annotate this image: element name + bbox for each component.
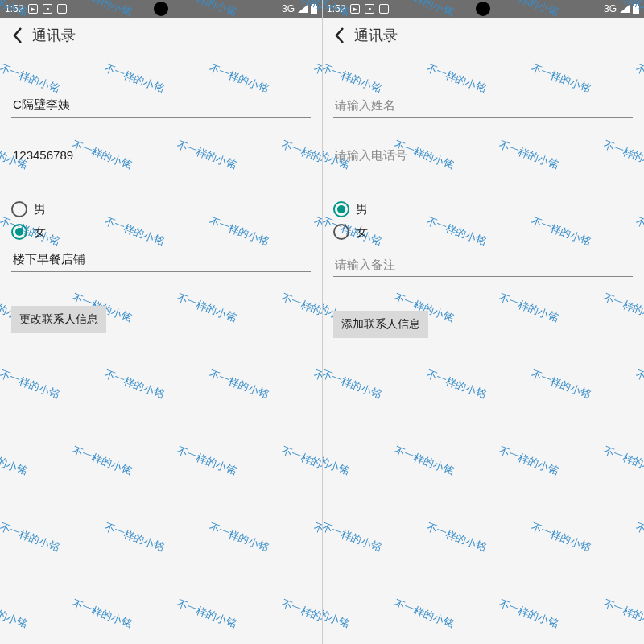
- camera-notch: [476, 2, 490, 16]
- status-time: 1:52: [5, 3, 23, 14]
- network-label: 3G: [604, 3, 617, 14]
- phone-input[interactable]: [333, 143, 633, 167]
- radio-label-female: 女: [356, 225, 368, 240]
- signal-icon: [620, 5, 630, 13]
- svg-rect-3: [633, 6, 639, 14]
- radio-icon: [11, 201, 27, 217]
- name-input[interactable]: [11, 93, 311, 118]
- gender-male-radio[interactable]: 男: [11, 198, 311, 221]
- status-bar: 1:52 ▸ ▪ 3G: [0, 0, 322, 18]
- divider: [322, 0, 323, 644]
- gender-female-radio[interactable]: 女: [333, 221, 633, 243]
- network-label: 3G: [282, 3, 295, 14]
- gender-male-radio[interactable]: 男: [333, 198, 633, 221]
- signal-icon: [298, 5, 308, 13]
- radio-label-male: 男: [34, 202, 46, 217]
- camera-notch: [154, 2, 168, 16]
- sim-icon: [57, 4, 67, 14]
- notification-icon: ▸: [350, 4, 360, 14]
- content: 男 女 添加联系人信息: [322, 53, 644, 348]
- phone-input[interactable]: [11, 143, 311, 167]
- svg-rect-2: [634, 4, 638, 6]
- update-contact-button[interactable]: 更改联系人信息: [11, 306, 106, 333]
- radio-label-male: 男: [356, 202, 368, 217]
- gender-radio-group: 男 女: [333, 198, 633, 243]
- shield-icon: ▪: [365, 4, 374, 14]
- gender-female-radio[interactable]: 女: [11, 221, 311, 243]
- content: 男 女 更改联系人信息: [0, 53, 322, 343]
- notification-icon: ▸: [28, 4, 38, 14]
- page-title: 通讯录: [354, 26, 398, 45]
- svg-rect-0: [312, 4, 316, 6]
- status-time: 1:52: [327, 3, 345, 14]
- battery-icon: [311, 4, 317, 14]
- notes-input[interactable]: [11, 248, 311, 272]
- shield-icon: ▪: [43, 4, 52, 14]
- svg-rect-1: [311, 6, 317, 14]
- header: 通讯录: [0, 18, 322, 53]
- name-input[interactable]: [333, 93, 633, 118]
- status-bar: 1:52 ▸ ▪ 3G: [322, 0, 644, 18]
- page-title: 通讯录: [32, 26, 76, 45]
- battery-icon: [633, 4, 639, 14]
- phone-right: 不一样的小铭不一样的小铭不一样的小铭不一样的小铭不一样的小铭不一样的小铭不一样的…: [322, 0, 644, 644]
- add-contact-button[interactable]: 添加联系人信息: [333, 311, 428, 338]
- radio-icon: [333, 201, 349, 217]
- phone-left: 不一样的小铭不一样的小铭不一样的小铭不一样的小铭不一样的小铭不一样的小铭不一样的…: [0, 0, 322, 644]
- radio-icon: [333, 224, 349, 240]
- back-button[interactable]: [6, 24, 29, 47]
- gender-radio-group: 男 女: [11, 198, 311, 243]
- back-button[interactable]: [328, 24, 351, 47]
- radio-icon: [11, 224, 27, 240]
- sim-icon: [379, 4, 389, 14]
- notes-input[interactable]: [333, 253, 633, 277]
- radio-label-female: 女: [34, 225, 46, 240]
- header: 通讯录: [322, 18, 644, 53]
